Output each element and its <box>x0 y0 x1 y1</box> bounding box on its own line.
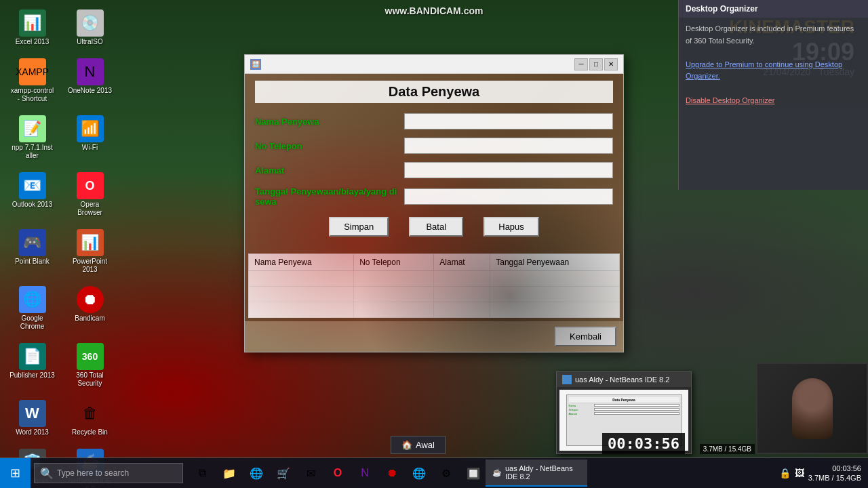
windows-icon: ⊞ <box>10 466 20 481</box>
close-button[interactable]: ✕ <box>604 58 618 70</box>
data-penyewa-window: 🪟 ─ □ ✕ Data Penyewa Nama Penyewa No T <box>244 54 624 352</box>
onenote-icon: N <box>77 58 104 85</box>
window-titlebar: 🪟 ─ □ ✕ <box>245 55 623 74</box>
desktop-organizer-panel: Desktop Organizer Desktop Organizer is i… <box>678 0 868 190</box>
desktop-icon-publisher[interactable]: 📄 Publisher 2013 <box>7 340 58 390</box>
memory-info: 3.7MB / 15.4GB <box>700 444 755 454</box>
desktop-icon-wifi[interactable]: 📶 Wi-Fi <box>64 113 115 163</box>
desktop-icon-word[interactable]: W Word 2013 <box>7 397 58 439</box>
input-alamat[interactable] <box>404 162 613 178</box>
awal-button-area[interactable]: 🏠 Awal <box>391 436 446 454</box>
table-body <box>249 271 620 318</box>
form-row-tanggal: Tanggal Penyewaan/biaya/yang di sewa <box>255 186 613 207</box>
taskbar-bandicam-tray[interactable]: ⏺ <box>380 461 404 485</box>
minimize-button[interactable]: ─ <box>574 58 588 70</box>
input-no-telepon[interactable] <box>404 138 613 154</box>
search-icon: 🔍 <box>40 467 54 480</box>
opera-label: Opera Browser <box>67 201 113 217</box>
npp-label: npp 7.7.1.Inst aller <box>9 144 55 160</box>
desktop-icon-bandicam[interactable]: ⏺ Bandicam <box>64 283 115 333</box>
taskbar-file-explorer[interactable]: 📁 <box>217 461 241 485</box>
taskbar-onenote-tray[interactable]: N <box>353 461 377 485</box>
form-buttons: Simpan Batal Hapus <box>255 217 613 237</box>
table-row-empty-3 <box>249 302 620 318</box>
desktop-icon-pointblank[interactable]: 🎮 Point Blank <box>7 226 58 277</box>
desktop-icon-npp[interactable]: 📝 npp 7.7.1.Inst aller <box>7 113 58 163</box>
taskbar-settings[interactable]: ⚙ <box>434 461 458 485</box>
taskbar-store[interactable]: 🛒 <box>271 461 296 485</box>
tray-lock-icon[interactable]: 🔒 <box>779 468 791 479</box>
taskbar-task-view[interactable]: ⧉ <box>190 461 214 485</box>
table-header: Nama Penyewa No Telepon Alamat Tanggal P… <box>249 254 620 271</box>
tray-memory-value: 3.7MB / 15.4GB <box>808 473 861 483</box>
simpan-button[interactable]: Simpan <box>329 217 389 237</box>
tray-clock: 00:03:56 3.7MB / 15.4GB <box>808 464 861 483</box>
maximize-button[interactable]: □ <box>589 58 603 70</box>
form-title: Data Penyewa <box>255 81 613 103</box>
desktop-icon-xampp[interactable]: XAMPP xampp-control - Shortcut <box>7 56 58 106</box>
window-content: Data Penyewa Nama Penyewa No Telepon Ala… <box>245 74 623 352</box>
hapus-button[interactable]: Hapus <box>484 217 539 237</box>
desktop-icon-chrome[interactable]: 🌐 Google Chrome <box>7 283 58 333</box>
taskbar-edge[interactable]: 🌐 <box>244 461 269 485</box>
chrome-icon: 🌐 <box>19 286 46 313</box>
awal-label: Awal <box>416 440 435 450</box>
word-icon: W <box>19 400 46 427</box>
bandicam-watermark: www.BANDICAM.com <box>385 5 484 16</box>
desktop-icon-outlook[interactable]: 📧 Outlook 2013 <box>7 169 58 220</box>
taskbar-mail[interactable]: ✉ <box>298 461 323 485</box>
netbeans-taskbar-icon: ☕ <box>492 468 502 477</box>
organizer-disable-link[interactable]: Disable Desktop Organizer <box>686 96 774 104</box>
desktop-icon-360[interactable]: 360 360 Total Security <box>64 340 115 390</box>
col-tanggal: Tanggal Penyewaan <box>490 254 620 271</box>
kembali-button[interactable]: Kembali <box>555 327 616 346</box>
xampp-icon: XAMPP <box>19 58 46 85</box>
desktop-icon-onenote[interactable]: N OneNote 2013 <box>64 56 115 106</box>
preview-mini-row-3: Alamat <box>569 412 679 415</box>
batal-button[interactable]: Batal <box>409 217 463 237</box>
home-icon: 🏠 <box>401 440 412 450</box>
desktop: www.BANDICAM.com Made with KINEMASTER 19… <box>0 0 868 488</box>
taskbar-chrome-tray[interactable]: 🌐 <box>407 461 431 485</box>
window-controls: ─ □ ✕ <box>574 58 618 70</box>
person-silhouette <box>792 378 833 439</box>
taskbar-netbeans-app[interactable]: ☕ uas Aldy - NetBeans IDE 8.2 <box>486 460 587 487</box>
col-nama: Nama Penyewa <box>249 254 354 271</box>
bandicam-text: www.BANDICAM.com <box>385 5 484 16</box>
ppt-icon: 📊 <box>77 229 104 256</box>
taskbar-search-box[interactable]: 🔍 Type here to search <box>34 463 183 483</box>
organizer-upgrade-link[interactable]: Upgrade to Premium to continue using Des… <box>686 60 842 81</box>
input-tanggal[interactable] <box>404 188 613 205</box>
start-button[interactable]: ⊞ <box>0 458 31 489</box>
tray-time-value: 00:03:56 <box>808 464 861 473</box>
desktop-icon-ultraiso[interactable]: 💿 UltraISO <box>64 7 115 49</box>
pointblank-icon: 🎮 <box>19 229 46 256</box>
wifi-icon: 📶 <box>77 115 104 142</box>
label-no-telepon: No Telepon <box>255 141 404 151</box>
window-bottom: Kembali <box>245 321 623 352</box>
desktop-icon-recycle[interactable]: 🗑 Recycle Bin <box>64 397 115 439</box>
penyewa-table: Nama Penyewa No Telepon Alamat Tanggal P… <box>248 253 620 318</box>
label-alamat: Alamat <box>255 165 404 176</box>
col-telepon: No Telepon <box>354 254 434 271</box>
taskbar-extra-1[interactable]: 🔲 <box>461 461 486 485</box>
desktop-icon-excel[interactable]: 📊 Excel 2013 <box>7 7 58 49</box>
ultraiso-label: UltraISO <box>77 38 102 46</box>
table-row-empty-2 <box>249 287 620 302</box>
xampp-label: xampp-control - Shortcut <box>9 87 55 103</box>
window-inner: Data Penyewa Nama Penyewa No Telepon Ala… <box>245 74 623 253</box>
input-nama-penyewa[interactable] <box>404 113 613 129</box>
ultraiso-icon: 💿 <box>77 9 104 37</box>
form-row-alamat: Alamat <box>255 162 613 178</box>
webcam-overlay <box>756 363 868 454</box>
window-app-icon: 🪟 <box>250 59 261 70</box>
table-row-empty-1 <box>249 271 620 287</box>
label-tanggal: Tanggal Penyewaan/biaya/yang di sewa <box>255 186 404 207</box>
tray-image-icon[interactable]: 🖼 <box>795 468 804 479</box>
desktop-icon-ppt[interactable]: 📊 PowerPoint 2013 <box>64 226 115 277</box>
taskbar-opera-tray[interactable]: O <box>326 461 350 485</box>
excel-icon: 📊 <box>19 9 46 37</box>
360-icon: 360 <box>77 343 104 370</box>
desktop-icon-opera[interactable]: O Opera Browser <box>64 169 115 220</box>
recording-timer: 00:03:56 <box>602 433 685 454</box>
